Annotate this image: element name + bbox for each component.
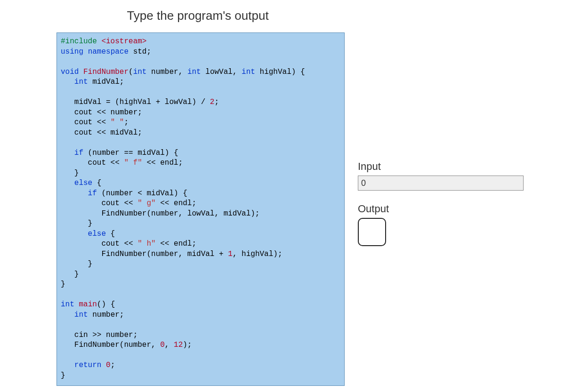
- code-token: using: [61, 48, 83, 56]
- code-token: cout << number;: [61, 108, 142, 117]
- code-token: [79, 68, 83, 76]
- code-token: (: [129, 68, 133, 76]
- code-token: {: [92, 179, 101, 187]
- code-token: (number == midVal) {: [83, 149, 178, 157]
- code-token: int: [61, 300, 74, 309]
- io-panel: Input Output: [358, 32, 527, 246]
- code-token: " f": [124, 159, 142, 167]
- code-token: , highVal);: [233, 250, 282, 258]
- code-token: number;: [88, 311, 124, 319]
- code-token: FindNumber(number,: [61, 341, 160, 349]
- code-token: );: [183, 341, 192, 349]
- code-token: lowVal,: [201, 68, 242, 76]
- code-token: <iostream>: [97, 37, 147, 46]
- code-token: FindNumber: [83, 68, 129, 76]
- input-value-box: [358, 176, 524, 191]
- code-token: highVal) {: [255, 68, 305, 76]
- code-token: cout <<: [61, 159, 124, 167]
- code-token: namespace: [88, 48, 129, 56]
- code-token: FindNumber(number, lowVal, midVal);: [61, 209, 259, 218]
- input-label: Input: [358, 160, 527, 173]
- code-token: 1: [228, 250, 233, 258]
- code-token: cout <<: [61, 240, 137, 248]
- code-token: " g": [137, 199, 155, 208]
- code-token: int: [74, 311, 88, 319]
- output-value-box[interactable]: [358, 218, 386, 246]
- code-token: 0: [160, 341, 165, 349]
- code-token: if: [74, 149, 83, 157]
- code-token: () {: [97, 300, 115, 309]
- code-token: int: [74, 78, 88, 86]
- code-token: int: [242, 68, 255, 76]
- code-token: }: [61, 260, 92, 268]
- code-token: [61, 78, 74, 86]
- code-token: [61, 361, 74, 369]
- code-token: [61, 189, 88, 198]
- code-token: [61, 311, 74, 319]
- code-token: return: [74, 361, 102, 369]
- code-token: }: [61, 219, 92, 228]
- code-token: midVal;: [88, 78, 124, 86]
- code-token: else: [74, 179, 92, 187]
- main-content: #include <iostream> using namespace std;…: [0, 32, 565, 386]
- code-token: std;: [129, 48, 151, 56]
- code-token: ;: [214, 98, 219, 106]
- code-token: midVal = (highVal + lowVal) /: [61, 98, 210, 106]
- code-token: {: [106, 230, 115, 238]
- code-token: " ": [111, 118, 124, 127]
- page-title: Type the program's output: [56, 0, 339, 32]
- code-block: #include <iostream> using namespace std;…: [56, 32, 345, 386]
- code-token: " h": [137, 240, 155, 248]
- code-token: [61, 230, 88, 238]
- code-token: int: [187, 68, 201, 76]
- code-token: else: [88, 230, 106, 238]
- code-token: number,: [146, 68, 187, 76]
- code-token: if: [88, 189, 97, 198]
- code-token: [101, 361, 106, 369]
- code-token: [61, 149, 74, 157]
- code-token: main: [79, 300, 97, 309]
- code-token: cout <<: [61, 199, 137, 208]
- code-token: }: [61, 169, 79, 177]
- code-token: int: [133, 68, 147, 76]
- code-token: [74, 300, 79, 309]
- output-label: Output: [358, 203, 527, 215]
- code-token: void: [61, 68, 79, 76]
- code-token: [61, 179, 74, 187]
- code-token: << endl;: [142, 159, 183, 167]
- code-token: }: [61, 270, 79, 279]
- code-token: (number < midVal) {: [97, 189, 187, 198]
- code-token: << endl;: [156, 199, 196, 208]
- code-token: [83, 48, 88, 56]
- code-token: 12: [174, 341, 183, 349]
- code-token: cout <<: [61, 118, 111, 127]
- code-token: ,: [165, 341, 174, 349]
- code-token: #include: [61, 37, 97, 46]
- code-token: ;: [111, 361, 115, 369]
- code-token: cout << midVal;: [61, 128, 142, 137]
- code-token: << endl;: [156, 240, 196, 248]
- code-token: cin >> number;: [61, 331, 137, 339]
- code-token: 0: [106, 361, 111, 369]
- code-token: FindNumber(number, midVal +: [61, 250, 228, 258]
- code-token: }: [61, 280, 65, 288]
- code-token: ;: [124, 118, 129, 127]
- code-token: }: [61, 371, 65, 380]
